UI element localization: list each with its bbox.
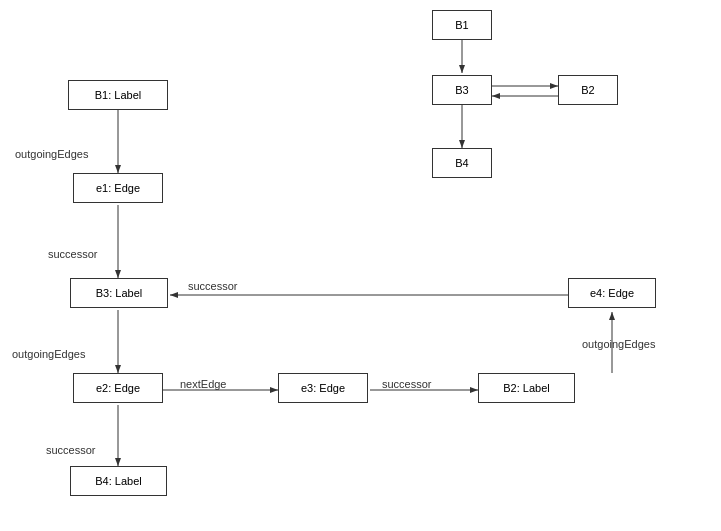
label-successor-4: successor: [46, 444, 96, 456]
label-outgoingEdges-1: outgoingEdges: [15, 148, 88, 160]
node-B3-top: B3: [432, 75, 492, 105]
label-outgoingEdges-3: outgoingEdges: [582, 338, 655, 350]
label-successor-2: successor: [188, 280, 238, 292]
node-B1-label: B1: Label: [68, 80, 168, 110]
label-outgoingEdges-2: outgoingEdges: [12, 348, 85, 360]
node-B4-top: B4: [432, 148, 492, 178]
label-successor-1: successor: [48, 248, 98, 260]
node-e1-edge: e1: Edge: [73, 173, 163, 203]
label-successor-3: successor: [382, 378, 432, 390]
node-B2-label: B2: Label: [478, 373, 575, 403]
diagram-container: B1 B3 B2 B4 B1: Label e1: Edge B3: Label…: [0, 0, 721, 531]
node-e4-edge: e4: Edge: [568, 278, 656, 308]
node-e2-edge: e2: Edge: [73, 373, 163, 403]
label-nextEdge-1: nextEdge: [180, 378, 226, 390]
node-e3-edge: e3: Edge: [278, 373, 368, 403]
node-B1-top: B1: [432, 10, 492, 40]
node-B2-top: B2: [558, 75, 618, 105]
node-B4-label: B4: Label: [70, 466, 167, 496]
node-B3-label: B3: Label: [70, 278, 168, 308]
